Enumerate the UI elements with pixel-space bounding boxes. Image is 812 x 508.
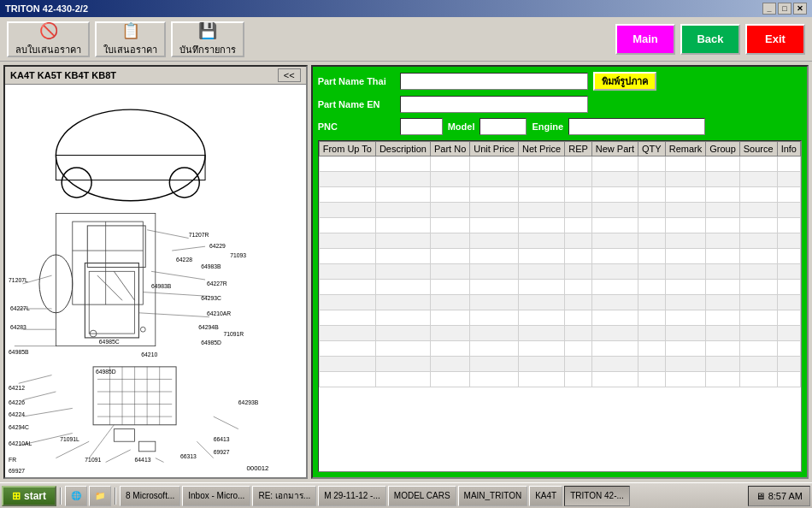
table-header-row: From Up To Description Part No Unit Pric… [319, 142, 800, 157]
table-row [319, 341, 800, 357]
taskbar-maintriton-label: MAIN_TRITON [464, 491, 522, 500]
parts-table-container[interactable]: From Up To Description Part No Unit Pric… [318, 140, 802, 472]
svg-line-18 [23, 392, 56, 400]
svg-line-23 [106, 450, 131, 463]
svg-line-76 [114, 271, 134, 300]
save-button[interactable]: 💾 บันทึกรายการ [171, 21, 244, 57]
svg-text:64226: 64226 [9, 399, 25, 405]
svg-text:64985C: 64985C [99, 339, 120, 345]
engine-label: Engine [532, 121, 563, 132]
delete-icon: 🚫 [39, 21, 58, 40]
taskbar-ka4t-item[interactable]: KA4T [529, 486, 562, 506]
svg-line-26 [214, 416, 238, 429]
taskbar-maintriton-item[interactable]: MAIN_TRITON [458, 486, 528, 506]
col-remark: Remark [665, 142, 706, 157]
clock-time: 8:57 AM [768, 491, 803, 501]
pnc-input[interactable] [400, 118, 443, 135]
window-title: TRITON 42-430-2/2 [5, 3, 88, 14]
taskbar-triton-label: TRITON 42-... [570, 491, 624, 500]
taskbar-modelcars-item[interactable]: MODEL CARS [388, 486, 456, 506]
col-qty: QTY [638, 142, 666, 157]
svg-text:64212: 64212 [9, 385, 25, 391]
taskbar-microsoft-item[interactable]: 8 Microsoft... [120, 486, 180, 506]
diagram-area: 71207R 64229 64228 64983B 71093 64983B 7… [5, 85, 306, 475]
svg-text:64294B: 64294B [198, 324, 219, 330]
svg-text:64293C: 64293C [201, 295, 221, 301]
svg-text:64283: 64283 [10, 324, 26, 330]
left-panel: KA4T KA5T KB4T KB8T << [3, 65, 308, 479]
col-source: Source [739, 142, 777, 157]
part-name-en-row: Part Name EN [318, 96, 802, 113]
svg-point-2 [62, 168, 91, 198]
network-icon: 🖥 [756, 491, 765, 501]
svg-text:71207R: 71207R [189, 232, 209, 238]
col-net-price: Net Price [518, 142, 564, 157]
svg-line-19 [23, 408, 73, 416]
svg-text:64983B: 64983B [201, 263, 221, 269]
table-row [319, 372, 800, 387]
col-unit-price: Unit Price [470, 142, 519, 157]
close-button[interactable]: ✕ [793, 3, 807, 15]
table-row [319, 326, 800, 341]
taskbar-m-item[interactable]: M 29-11-12 -... [318, 486, 386, 506]
col-rep: REP [565, 142, 592, 157]
engine-input[interactable] [568, 118, 705, 135]
table-row [319, 280, 800, 295]
save-icon: 💾 [198, 21, 217, 40]
col-info: Info [777, 142, 800, 157]
col-part-no: Part No [430, 142, 469, 157]
svg-line-8 [147, 230, 189, 239]
svg-line-11 [143, 292, 209, 297]
diagram-title: KA4T KA5T KB4T KB8T [10, 70, 116, 80]
svg-rect-79 [114, 429, 134, 442]
svg-text:71091L: 71091L [60, 436, 79, 442]
print-button[interactable]: พิมพ์รูปภาค [593, 72, 656, 91]
table-row [319, 157, 800, 172]
taskbar-m-label: M 29-11-12 -... [324, 491, 380, 500]
taskbar-folder-icon[interactable]: 📁 [89, 486, 111, 506]
taskbar-re-item[interactable]: RE: เอกมาร... [252, 486, 316, 506]
taskbar-ie-icon[interactable]: 🌐 [65, 486, 87, 506]
svg-text:64985B: 64985B [9, 349, 29, 355]
model-input[interactable] [480, 118, 527, 135]
taskbar-inbox-item[interactable]: Inbox - Micro... [182, 486, 250, 506]
svg-line-24 [156, 458, 164, 463]
svg-line-75 [97, 275, 122, 300]
svg-line-12 [138, 313, 209, 317]
svg-text:71091R: 71091R [223, 331, 244, 337]
exit-button[interactable]: Exit [745, 24, 805, 55]
diagram-header: KA4T KA5T KB4T KB8T << [5, 67, 306, 85]
nav-prev-button[interactable]: << [278, 68, 301, 82]
delete-quote-button[interactable]: 🚫 ลบใบเสนอราคา [7, 21, 90, 57]
part-name-thai-row: Part Name Thai พิมพ์รูปภาค [318, 72, 802, 91]
taskbar-modelcars-label: MODEL CARS [394, 491, 450, 500]
quote-button[interactable]: 📋 ใบเสนอราคา [95, 21, 166, 57]
maximize-button[interactable]: □ [778, 3, 791, 15]
svg-text:66413: 66413 [214, 436, 230, 442]
back-button[interactable]: Back [680, 24, 740, 55]
svg-text:66313: 66313 [180, 453, 197, 459]
svg-line-10 [151, 271, 205, 280]
table-row [319, 172, 800, 187]
minimize-button[interactable]: _ [762, 3, 776, 15]
main-button[interactable]: Main [615, 24, 675, 55]
svg-line-21 [56, 441, 89, 458]
table-row [319, 357, 800, 372]
title-bar-buttons: _ □ ✕ [762, 3, 807, 15]
model-label: Model [448, 121, 475, 132]
svg-text:64210: 64210 [141, 351, 157, 357]
taskbar-ka4t-label: KA4T [535, 491, 556, 500]
col-from-up-to: From Up To [319, 142, 375, 157]
taskbar-triton-item[interactable]: TRITON 42-... [564, 486, 630, 506]
part-name-thai-input[interactable] [400, 73, 588, 90]
svg-text:64210AR: 64210AR [207, 310, 231, 316]
svg-rect-61 [85, 263, 138, 338]
svg-text:64413: 64413 [135, 457, 151, 463]
taskbar-inbox-label: Inbox - Micro... [188, 491, 244, 500]
svg-text:64224: 64224 [9, 411, 25, 417]
start-button[interactable]: ⊞ start [2, 486, 56, 506]
svg-rect-63 [87, 226, 145, 268]
part-name-en-input[interactable] [400, 96, 588, 113]
svg-text:71093: 71093 [230, 252, 246, 258]
toolbar: 🚫 ลบใบเสนอราคา 📋 ใบเสนอราคา 💾 บันทึกรายก… [0, 17, 812, 62]
